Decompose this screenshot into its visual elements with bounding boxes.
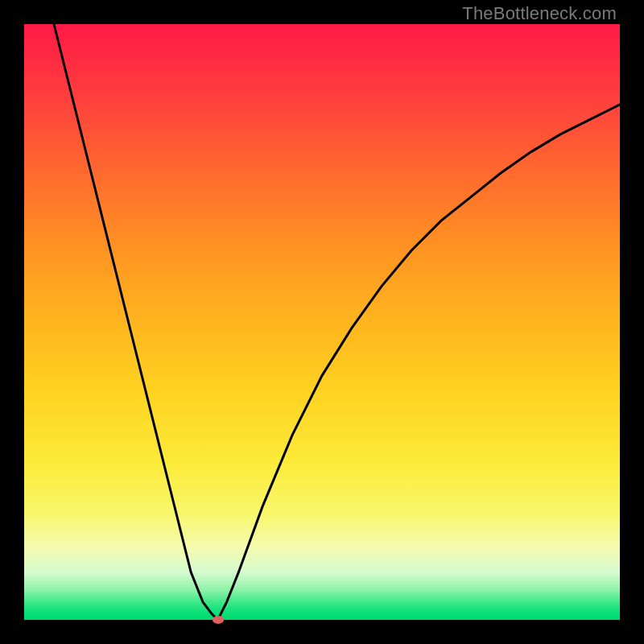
- curve-svg: [24, 24, 620, 620]
- minimum-marker: [213, 616, 224, 624]
- curve-left: [54, 24, 218, 620]
- curve-right: [218, 105, 621, 620]
- plot-area: [24, 24, 620, 620]
- chart-frame: TheBottleneck.com: [0, 0, 644, 644]
- attribution-label: TheBottleneck.com: [462, 3, 617, 24]
